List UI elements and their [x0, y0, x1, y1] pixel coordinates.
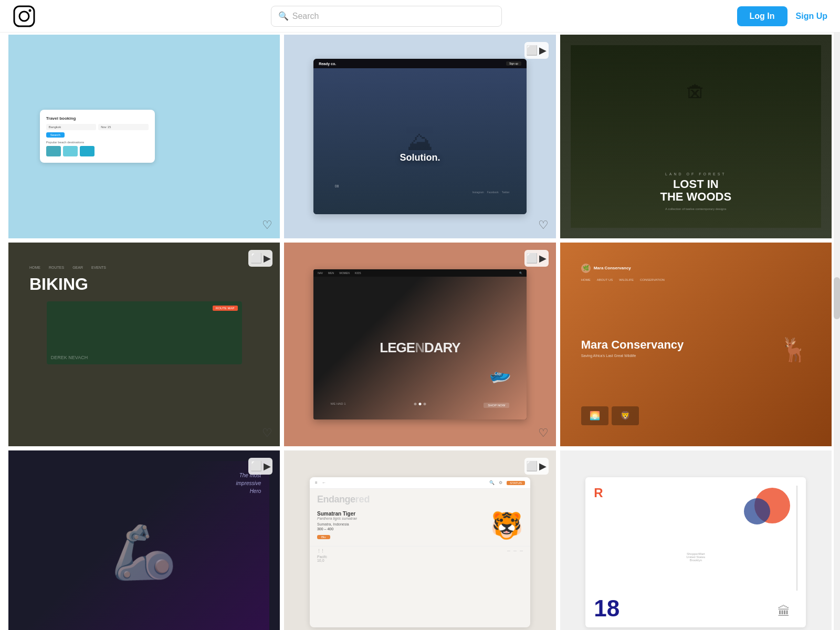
legendary-text: LEGENDARY: [380, 340, 460, 356]
svg-rect-0: [14, 6, 34, 26]
list-item[interactable]: 🦾 The mostimpressiveHero f t in ⬜: [6, 448, 282, 630]
multi-icon: ⬜ ▶: [248, 458, 272, 475]
list-item[interactable]: Ready co. Sign up ⛰ Solution. 08 Instagr…: [282, 33, 558, 240]
legendary-screen: NAV MEN WOMEN KIDS 🔍 LEGENDARY 👟 SHOP NO…: [313, 269, 527, 419]
list-item[interactable]: HOME ROUTES GEAR EVENTS Biking ROUTE MAP…: [6, 240, 282, 448]
biking-screenshot: ROUTE MAP DEREK NEVACH: [47, 301, 242, 364]
mara-hero-title: Mara Conservancy: [581, 338, 684, 352]
scrollbar[interactable]: [834, 0, 840, 630]
mara-nav-brand: Mara Conservancy: [594, 266, 631, 270]
biking-title: Biking: [29, 275, 88, 294]
list-item[interactable]: Travel booking Bangkok Nov 15 Search Pop…: [6, 33, 282, 240]
biking-person-name: DEREK NEVACH: [51, 355, 88, 360]
endangered-title: Endangered: [310, 489, 530, 507]
signup-button[interactable]: Sign Up: [796, 12, 827, 21]
search-container: 🔍: [271, 6, 502, 27]
camera-icon: ⬜: [526, 45, 538, 56]
header-actions: Log In Sign Up: [737, 6, 827, 26]
mara-subtitle: Saving Africa's Last Great Wildlife: [581, 354, 684, 358]
building-icon: 🏛: [778, 604, 790, 619]
login-button[interactable]: Log In: [737, 6, 788, 26]
red-label: ShopperMart United States Brooklyn: [686, 552, 705, 562]
location: Sumatra, Indonesia: [317, 522, 485, 526]
list-item[interactable]: 🌿 Mara Conservancy HOME ABOUT US WILDLIF…: [558, 240, 834, 448]
red-design-screen: R 18 🏛 ShopperMart United States Brookly…: [585, 477, 806, 627]
list-item[interactable]: NAV MEN WOMEN KIDS 🔍 LEGENDARY 👟 SHOP NO…: [282, 240, 558, 448]
woods-title: LOST INTHE WOODS: [660, 178, 731, 202]
play-icon: ▶: [539, 45, 547, 56]
mara-nav: HOME ABOUT US WILDLIFE CONSERVATION: [581, 278, 811, 281]
search-button[interactable]: Search: [46, 132, 65, 138]
svg-point-1: [19, 12, 29, 21]
search-icon: 🔍: [278, 11, 289, 21]
play-icon: ▶: [539, 253, 547, 264]
latin-name: Panthera tigris sumatrae: [317, 517, 485, 520]
woods-description: A collection of twelve contemporary desi…: [665, 207, 726, 211]
video-icon: ⬜ ▶: [524, 250, 549, 267]
cabin-icon: 🏚: [686, 82, 705, 104]
biking-nav: HOME ROUTES GEAR EVENTS: [29, 266, 106, 269]
tiger-icon: 🐯: [490, 510, 523, 541]
multi-arrow-icon: ▶: [264, 253, 271, 264]
like-button[interactable]: ♡: [262, 219, 272, 231]
animal-name: Sumatran Tiger: [317, 511, 485, 517]
vertical-line: [796, 486, 797, 591]
video-icon: ⬜ ▶: [524, 42, 549, 59]
camera-icon: ⬜: [250, 460, 262, 472]
woods-label: LAND OF FOREST: [665, 172, 727, 176]
solution-title: Solution.: [400, 152, 440, 163]
video-icon: ⬜ ▶: [524, 458, 549, 475]
svg-point-2: [29, 9, 32, 12]
camera-icon: ⬜: [250, 253, 262, 264]
endangered-screen: ≡ ← 🔍 ⚙ STATUS Endangered Sumatran Tiger: [310, 477, 530, 627]
deer-icon: 🦌: [780, 336, 808, 363]
population-range: 300 – 400: [317, 527, 485, 531]
gallery-grid: Travel booking Bangkok Nov 15 Search Pop…: [0, 33, 840, 630]
logo: [13, 5, 36, 28]
play-icon: ▶: [539, 460, 547, 472]
shoe-icon: 👟: [485, 360, 512, 387]
mara-logo-icon: 🌿: [581, 264, 591, 273]
like-button[interactable]: ♡: [538, 219, 549, 231]
camera-icon: ⬜: [526, 253, 538, 264]
search-input[interactable]: [271, 6, 502, 27]
mara-thumbnails: 🌅 🦁: [581, 406, 811, 425]
travel-form-title: Travel booking: [46, 116, 149, 121]
list-item[interactable]: 🏚 LAND OF FOREST LOST INTHE WOODS A coll…: [558, 33, 834, 240]
solution-screen: Ready co. Sign up ⛰ Solution. 08 Instagr…: [313, 59, 527, 214]
multi-arrow-icon: ▶: [264, 460, 271, 472]
list-item[interactable]: ≡ ← 🔍 ⚙ STATUS Endangered Sumatran Tiger: [282, 448, 558, 630]
big-number: 18: [594, 597, 620, 620]
list-item[interactable]: R 18 🏛 ShopperMart United States Brookly…: [558, 448, 834, 630]
like-button[interactable]: ♡: [538, 427, 549, 439]
dark-tagline: The mostimpressiveHero: [236, 471, 261, 495]
scrollbar-thumb[interactable]: [834, 277, 840, 319]
like-button[interactable]: ♡: [262, 427, 272, 439]
multi-icon: ⬜ ▶: [248, 250, 272, 267]
camera-icon: ⬜: [526, 460, 538, 472]
shop-now-button: SHOP NOW: [484, 403, 509, 408]
app-header: 🔍 Log In Sign Up: [0, 0, 840, 33]
